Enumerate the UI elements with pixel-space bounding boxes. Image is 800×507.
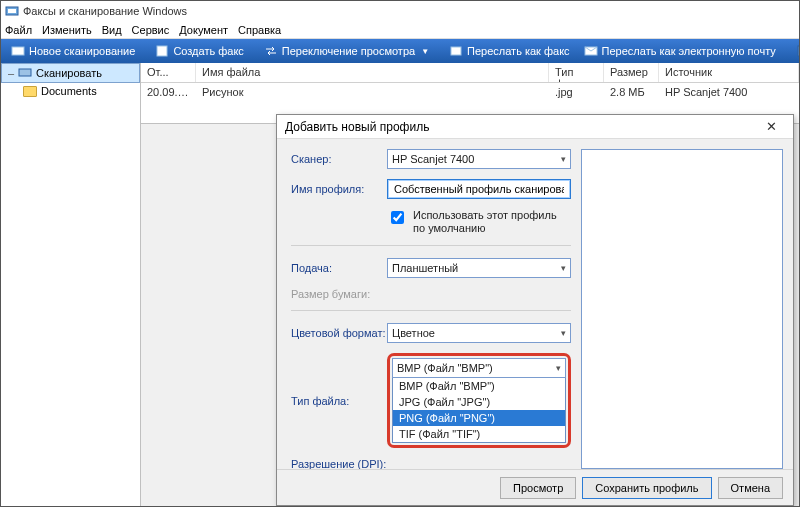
collapse-icon[interactable]: – <box>6 67 16 79</box>
filetype-option-png[interactable]: PNG (Файл "PNG") <box>393 410 565 426</box>
chevron-down-icon: ▾ <box>556 363 561 373</box>
divider <box>291 310 571 311</box>
cell-type: .jpg <box>549 83 604 101</box>
cell-size: 2.8 МБ <box>604 83 659 101</box>
feed-value: Планшетный <box>392 262 458 274</box>
forward-email-label: Переслать как электронную почту <box>602 45 776 57</box>
menu-service[interactable]: Сервис <box>132 24 170 36</box>
preview-button[interactable]: Просмотр <box>500 477 576 499</box>
close-icon: ✕ <box>766 119 777 134</box>
menu-view[interactable]: Вид <box>102 24 122 36</box>
filetype-option-bmp[interactable]: BMP (Файл "BMP") <box>393 378 565 394</box>
swap-icon <box>264 44 278 58</box>
svg-rect-2 <box>12 47 24 55</box>
feed-combo[interactable]: Планшетный ▾ <box>387 258 571 278</box>
chevron-down-icon: ▾ <box>561 263 566 273</box>
add-profile-dialog: Добавить новый профиль ✕ Сканер: HP Scan… <box>276 114 794 506</box>
chevron-down-icon: ▾ <box>561 154 566 164</box>
forward-fax-icon <box>449 44 463 58</box>
dialog-body: Сканер: HP Scanjet 7400 ▾ Имя профиля: <box>277 139 793 469</box>
filetype-value: BMP (Файл "BMP") <box>397 362 493 374</box>
label-filetype: Тип файла: <box>291 395 387 407</box>
scan-icon <box>11 44 25 58</box>
cell-from: 20.09.202... <box>141 83 196 101</box>
profile-name-input[interactable] <box>387 179 571 199</box>
tree-root-scan[interactable]: – Сканировать <box>1 63 140 83</box>
email-icon <box>584 44 598 58</box>
folder-icon <box>23 86 37 97</box>
new-fax-label: Создать факс <box>173 45 243 57</box>
switch-view-label: Переключение просмотра <box>282 45 415 57</box>
filetype-option-tif[interactable]: TIF (Файл "TIF") <box>393 426 565 442</box>
save-icon <box>796 44 800 58</box>
dialog-footer: Просмотр Сохранить профиль Отмена <box>277 469 793 505</box>
menu-file[interactable]: Файл <box>5 24 32 36</box>
scanner-icon <box>18 67 32 79</box>
new-scan-button[interactable]: Новое сканирование <box>5 42 141 60</box>
default-profile-label: Использовать этот профиль по умолчанию <box>413 209 571 235</box>
svg-rect-3 <box>157 46 167 56</box>
scanner-value: HP Scanjet 7400 <box>392 153 474 165</box>
app-icon <box>5 4 19 18</box>
list-header: От... Имя файла Тип фа... Размер Источни… <box>141 63 799 83</box>
filetype-dropdown: BMP (Файл "BMP") JPG (Файл "JPG") PNG (Ф… <box>392 378 566 443</box>
label-dpi: Разрешение (DPI): <box>291 458 387 469</box>
divider <box>291 245 571 246</box>
default-profile-checkbox[interactable]: Использовать этот профиль по умолчанию <box>387 209 571 235</box>
cell-name: Рисунок <box>196 83 549 101</box>
svg-rect-10 <box>19 69 31 76</box>
list-row[interactable]: 20.09.202... Рисунок .jpg 2.8 МБ HP Scan… <box>141 83 799 101</box>
dialog-titlebar: Добавить новый профиль ✕ <box>277 115 793 139</box>
toolbar: Новое сканирование Создать факс Переключ… <box>1 39 799 63</box>
default-profile-chk[interactable] <box>391 211 404 224</box>
label-feed: Подача: <box>291 262 387 274</box>
dialog-form: Сканер: HP Scanjet 7400 ▾ Имя профиля: <box>291 149 571 469</box>
forward-fax-button[interactable]: Переслать как факс <box>443 42 576 60</box>
filetype-option-jpg[interactable]: JPG (Файл "JPG") <box>393 394 565 410</box>
cancel-button[interactable]: Отмена <box>718 477 783 499</box>
tree-item-label: Documents <box>41 85 97 97</box>
new-scan-label: Новое сканирование <box>29 45 135 57</box>
save-profile-button[interactable]: Сохранить профиль <box>582 477 711 499</box>
switch-view-button[interactable]: Переключение просмотра ▼ <box>258 42 435 60</box>
titlebar: Факсы и сканирование Windows <box>1 1 799 21</box>
tree-item-documents[interactable]: Documents <box>1 83 140 99</box>
color-value: Цветное <box>392 327 435 339</box>
chevron-down-icon: ▾ <box>561 328 566 338</box>
menu-document[interactable]: Документ <box>179 24 228 36</box>
col-name[interactable]: Имя файла <box>196 63 549 82</box>
col-type[interactable]: Тип фа... <box>549 63 604 82</box>
label-paper: Размер бумаги: <box>291 288 387 300</box>
svg-rect-1 <box>8 9 16 13</box>
tree-root-label: Сканировать <box>36 67 102 79</box>
fax-icon <box>155 44 169 58</box>
app-title: Факсы и сканирование Windows <box>23 5 187 17</box>
new-fax-button[interactable]: Создать факс <box>149 42 249 60</box>
col-from[interactable]: От... <box>141 63 196 82</box>
menu-help[interactable]: Справка <box>238 24 281 36</box>
col-size[interactable]: Размер <box>604 63 659 82</box>
forward-email-button[interactable]: Переслать как электронную почту <box>578 42 782 60</box>
dialog-title: Добавить новый профиль <box>285 120 757 134</box>
sidebar: – Сканировать Documents <box>1 63 141 506</box>
cell-source: HP Scanjet 7400 <box>659 83 799 101</box>
save-as-button[interactable]: Сохранить как... <box>790 42 800 60</box>
filetype-combo[interactable]: BMP (Файл "BMP") ▾ <box>392 358 566 378</box>
label-profile-name: Имя профиля: <box>291 183 387 195</box>
svg-rect-4 <box>451 47 461 55</box>
dialog-close-button[interactable]: ✕ <box>757 117 785 137</box>
profile-name-field[interactable] <box>392 182 566 196</box>
forward-fax-label: Переслать как факс <box>467 45 570 57</box>
label-color: Цветовой формат: <box>291 327 387 339</box>
app-window: Факсы и сканирование Windows Файл Измени… <box>0 0 800 507</box>
label-scanner: Сканер: <box>291 153 387 165</box>
filetype-highlight: BMP (Файл "BMP") ▾ BMP (Файл "BMP") JPG … <box>387 353 571 448</box>
menubar: Файл Изменить Вид Сервис Документ Справк… <box>1 21 799 39</box>
color-combo[interactable]: Цветное ▾ <box>387 323 571 343</box>
col-source[interactable]: Источник <box>659 63 799 82</box>
preview-area <box>581 149 783 469</box>
chevron-down-icon: ▼ <box>421 47 429 56</box>
scanner-combo[interactable]: HP Scanjet 7400 ▾ <box>387 149 571 169</box>
menu-edit[interactable]: Изменить <box>42 24 92 36</box>
